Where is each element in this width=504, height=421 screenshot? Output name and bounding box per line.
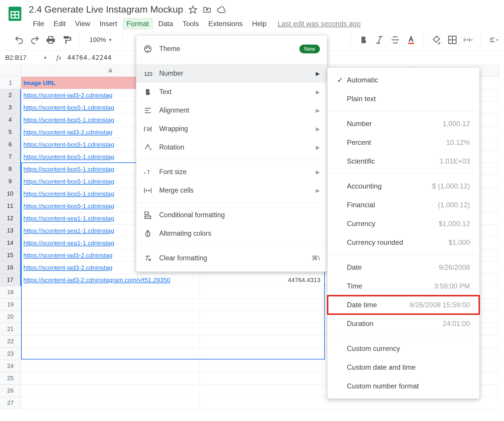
menu-extensions[interactable]: Extensions [204, 18, 247, 30]
menu-number[interactable]: 123 Number ▶ [136, 64, 327, 83]
row-header[interactable]: 2 [0, 89, 21, 101]
cloud-status-icon[interactable] [217, 5, 225, 14]
menu-alternating-colors[interactable]: Alternating colors [136, 224, 327, 243]
bold-icon[interactable] [359, 35, 369, 45]
row-header[interactable]: 16 [0, 262, 21, 274]
cell[interactable] [200, 335, 323, 348]
row-header[interactable]: 15 [0, 249, 21, 262]
cell[interactable] [21, 335, 200, 348]
select-all-corner[interactable] [0, 65, 21, 77]
cell[interactable]: https://scontent-iad3-2.cdninstagram.com… [21, 274, 200, 286]
row-header[interactable]: 7 [0, 151, 21, 163]
row-header[interactable]: 27 [0, 397, 21, 409]
number-format-date[interactable]: Date9/26/2008 [327, 258, 479, 277]
merge-cells-icon[interactable]: ▼ [463, 35, 473, 45]
menu-edit[interactable]: Edit [50, 18, 70, 30]
star-icon[interactable] [189, 5, 197, 14]
row-header[interactable]: 12 [0, 212, 21, 225]
number-format-number[interactable]: Number1,000.12 [327, 114, 479, 133]
number-format-automatic[interactable]: ✓Automatic [327, 71, 479, 89]
row-header[interactable]: 23 [0, 348, 21, 360]
undo-icon[interactable] [14, 35, 24, 45]
row-header[interactable]: 17 [0, 274, 21, 286]
row-header[interactable]: 20 [0, 311, 21, 323]
menu-insert[interactable]: Insert [96, 18, 121, 30]
redo-icon[interactable] [30, 35, 40, 45]
number-format-plain-text[interactable]: Plain text [327, 89, 479, 108]
name-box[interactable]: B2:B17 ▼ [0, 50, 50, 65]
row-header[interactable]: 19 [0, 298, 21, 311]
number-format-currency-rounded[interactable]: Currency rounded$1,000 [327, 233, 479, 252]
menu-wrapping[interactable]: Wrapping ▶ [136, 120, 327, 138]
number-format-duration[interactable]: Duration24:01:00 [327, 314, 479, 333]
row-header[interactable]: 5 [0, 126, 21, 138]
cell[interactable] [21, 311, 200, 323]
menu-alignment[interactable]: Alignment ▶ [136, 101, 327, 120]
cell[interactable] [200, 348, 323, 360]
row-header[interactable]: 14 [0, 237, 21, 249]
cell[interactable] [21, 385, 200, 397]
cell[interactable] [411, 397, 499, 409]
number-format-custom-date-and-time[interactable]: Custom date and time [327, 358, 479, 377]
cell[interactable] [200, 286, 323, 298]
horizontal-align-icon[interactable]: ▼ [489, 35, 499, 45]
number-format-currency[interactable]: Currency$1,000.12 [327, 214, 479, 233]
menu-rotation[interactable]: Rotation ▶ [136, 138, 327, 157]
menu-help[interactable]: Help [248, 18, 271, 30]
cell[interactable] [200, 298, 323, 311]
fill-color-icon[interactable] [432, 35, 442, 45]
row-header[interactable]: 6 [0, 138, 21, 151]
row-header[interactable]: 24 [0, 360, 21, 372]
row-header[interactable]: 4 [0, 114, 21, 126]
text-color-icon[interactable] [406, 35, 416, 45]
last-edit-link[interactable]: Last edit was seconds ago [278, 20, 361, 28]
cell[interactable] [21, 372, 200, 385]
cell[interactable] [21, 298, 200, 311]
menu-font-size[interactable]: ᴛT Font size ▶ [136, 163, 327, 181]
menu-tools[interactable]: Tools [178, 18, 203, 30]
row-header[interactable]: 10 [0, 188, 21, 200]
number-format-custom-currency[interactable]: Custom currency [327, 339, 479, 358]
row-header[interactable]: 1 [0, 77, 21, 89]
menu-conditional-formatting[interactable]: Conditional formatting [136, 206, 327, 224]
menu-merge-cells[interactable]: Merge cells ▶ [136, 181, 327, 200]
row-header[interactable]: 26 [0, 385, 21, 397]
zoom-select[interactable]: 100%▼ [89, 36, 112, 44]
number-format-time[interactable]: Time3:59:00 PM [327, 277, 479, 296]
menu-clear-formatting[interactable]: Clear formatting ⌘\ [136, 249, 327, 267]
cell[interactable] [200, 385, 323, 397]
cell[interactable] [200, 360, 323, 372]
number-format-accounting[interactable]: Accounting$ (1,000.12) [327, 177, 479, 196]
print-icon[interactable] [46, 35, 56, 45]
number-format-date-time[interactable]: Date time9/26/2008 15:59:00 [327, 296, 479, 314]
menu-file[interactable]: File [29, 18, 48, 30]
menu-theme[interactable]: Theme New [136, 40, 327, 58]
menu-text[interactable]: Text ▶ [136, 83, 327, 101]
number-format-percent[interactable]: Percent10.12% [327, 133, 479, 152]
cell[interactable] [200, 372, 323, 385]
formula-input[interactable]: 44764.42244 [67, 54, 111, 61]
sheets-logo-icon[interactable] [6, 5, 23, 22]
cell[interactable]: 44764.4313 [200, 274, 323, 286]
number-format-custom-number-format[interactable]: Custom number format [327, 377, 479, 395]
borders-icon[interactable] [447, 35, 457, 45]
cell[interactable] [21, 348, 200, 360]
cell[interactable] [200, 311, 323, 323]
cell[interactable] [21, 360, 200, 372]
menu-view[interactable]: View [71, 18, 94, 30]
italic-icon[interactable] [374, 35, 384, 45]
row-header[interactable]: 9 [0, 175, 21, 188]
strikethrough-icon[interactable] [390, 35, 400, 45]
row-header[interactable]: 8 [0, 163, 21, 175]
doc-title[interactable]: 2.4 Generate Live Instagram Mockup [29, 4, 183, 15]
cell[interactable] [200, 397, 323, 409]
row-header[interactable]: 25 [0, 372, 21, 385]
cell[interactable] [200, 323, 323, 335]
cell[interactable] [21, 286, 200, 298]
row-header[interactable]: 3 [0, 101, 21, 114]
row-header[interactable]: 22 [0, 335, 21, 348]
cell[interactable] [21, 323, 200, 335]
paint-format-icon[interactable] [62, 35, 72, 45]
cell[interactable] [21, 397, 200, 409]
menu-format[interactable]: Format [123, 18, 153, 30]
